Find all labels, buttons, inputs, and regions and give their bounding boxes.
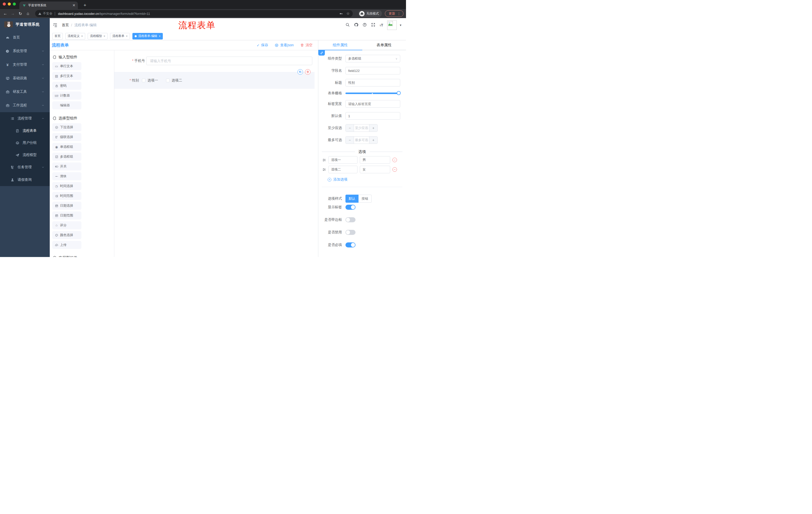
slider-handle[interactable] <box>397 91 401 95</box>
delete-component-button[interactable] <box>305 69 311 75</box>
minus-button[interactable]: − <box>346 137 354 143</box>
component-日期范围[interactable]: 日期范围 <box>52 212 81 219</box>
breadcrumb-home[interactable]: 首页 <box>62 23 69 27</box>
sidebar-item-支付管理[interactable]: ¥支付管理 <box>0 58 50 72</box>
component-时间范围[interactable]: 时间范围 <box>52 192 81 200</box>
field-name-input[interactable] <box>345 67 400 75</box>
component-时间选择[interactable]: ◷时间选择 <box>52 182 81 190</box>
address-bar[interactable]: 不安全 | dashboard.yudao.iocoder.cn/bpm/man… <box>35 10 353 17</box>
sidebar-item-研发工具[interactable]: 研发工具 <box>0 85 50 99</box>
component-计数器[interactable]: 123计数器 <box>52 91 81 100</box>
tab-form-props[interactable]: 表单属性 <box>362 40 406 50</box>
forward-icon[interactable]: → <box>9 10 17 17</box>
phone-field-row[interactable]: 手机号 <box>114 57 318 65</box>
drag-handle-icon[interactable] <box>322 158 326 162</box>
sidebar-item-任务管理[interactable]: 任务管理 <box>0 161 50 173</box>
toggle-switch[interactable] <box>345 230 355 235</box>
plus-button[interactable]: + <box>369 125 377 132</box>
remove-option-button[interactable]: − <box>393 158 397 162</box>
component-密码[interactable]: 密码 <box>52 82 81 90</box>
add-option-button[interactable]: + 添加选项 <box>328 177 406 182</box>
style-button-button[interactable]: 按钮 <box>358 195 372 203</box>
component-type-select[interactable]: 多选框组 ∨ <box>345 55 400 62</box>
gender-field-row-selected[interactable]: 性别 选项一选项二 <box>114 72 315 89</box>
default-value-input[interactable] <box>345 112 400 120</box>
component-滑块[interactable]: 滑块 <box>52 172 81 180</box>
new-tab-button[interactable]: + <box>81 2 88 9</box>
plus-button[interactable]: + <box>369 137 377 143</box>
tag-close-icon[interactable]: × <box>81 34 83 38</box>
component-颜色选择[interactable]: 颜色选择 <box>52 231 81 239</box>
gender-option-选项二[interactable]: 选项二 <box>166 78 182 83</box>
component-多行文本[interactable]: ▤多行文本 <box>52 72 81 80</box>
sidebar-item-请假查询[interactable]: 请假查询 <box>0 173 50 186</box>
traffic-light-minimize[interactable] <box>8 2 11 5</box>
security-label[interactable]: 不安全 <box>43 11 53 16</box>
tag-close-icon[interactable]: × <box>159 34 161 38</box>
avatar-caret-icon[interactable]: ▼ <box>399 24 402 27</box>
gender-option-选项一[interactable]: 选项一 <box>142 78 158 83</box>
toggle-switch[interactable] <box>345 205 355 210</box>
update-button[interactable]: 更新 ⋮ <box>385 10 404 17</box>
copy-component-button[interactable] <box>297 69 303 75</box>
clear-button[interactable]: 清空 <box>300 43 313 48</box>
font-size-button[interactable]: TT <box>380 23 383 27</box>
browser-tab[interactable]: 芋道管理系统 ✕ <box>19 1 78 9</box>
tag-流程表单-编辑[interactable]: 流程表单-编辑× <box>133 33 163 39</box>
option-value-input[interactable] <box>360 156 390 164</box>
back-icon[interactable]: ← <box>1 10 9 17</box>
grid-slider[interactable] <box>345 91 400 95</box>
tag-close-icon[interactable]: × <box>126 34 127 38</box>
component-开关[interactable]: 开关 <box>52 162 81 170</box>
component-上传[interactable]: 上传 <box>52 241 81 249</box>
component-多选框组[interactable]: 多选框组 <box>52 153 81 161</box>
question-button[interactable] <box>362 23 367 28</box>
sidebar-item-流程管理[interactable]: 流程管理 <box>0 112 50 125</box>
fullscreen-button[interactable] <box>371 23 375 28</box>
sidebar-item-工作流程[interactable]: 工作流程 <box>0 99 50 112</box>
sidebar-item-用户分组[interactable]: 用户分组 <box>0 137 50 149</box>
url-text[interactable]: dashboard.yudao.iocoder.cn/bpm/manager/f… <box>58 12 336 16</box>
component-编辑器[interactable]: 编辑器 <box>52 101 81 109</box>
bookmark-star-icon[interactable]: ☆ <box>346 11 350 16</box>
component-下拉选择[interactable]: 下拉选择 <box>52 123 81 131</box>
not-secure-warning-icon[interactable] <box>38 12 41 15</box>
sidebar-item-首页[interactable]: 首页 <box>0 31 50 44</box>
sidebar-item-流程模型[interactable]: 流程模型 <box>0 149 50 161</box>
checkbox[interactable] <box>142 79 145 82</box>
github-button[interactable] <box>354 23 358 28</box>
search-button[interactable] <box>345 23 350 28</box>
component-评分[interactable]: ☆评分 <box>52 221 81 229</box>
tag-流程表单[interactable]: 流程表单× <box>110 33 130 39</box>
key-icon[interactable] <box>339 12 343 16</box>
tag-流程模型[interactable]: 流程模型× <box>88 33 108 39</box>
option-name-input[interactable] <box>328 166 357 173</box>
reload-icon[interactable]: ↻ <box>17 10 24 17</box>
tab-close-icon[interactable]: ✕ <box>72 3 76 7</box>
drag-handle-icon[interactable] <box>322 168 326 171</box>
remove-option-button[interactable]: − <box>393 167 397 172</box>
component-级联选择[interactable]: 级联选择 <box>52 133 81 141</box>
title-input[interactable] <box>345 79 400 86</box>
component-日期选择[interactable]: 日期选择 <box>52 202 81 210</box>
toggle-switch[interactable] <box>345 242 355 247</box>
save-button[interactable]: ✓保存 <box>257 43 268 48</box>
sidebar-item-流程表单[interactable]: 流程表单 <box>0 125 50 137</box>
view-json-button[interactable]: 查看json <box>274 43 294 48</box>
hamburger-icon[interactable] <box>52 22 58 28</box>
kebab-menu-icon[interactable]: ⋮ <box>397 11 401 16</box>
checkbox[interactable] <box>166 79 170 82</box>
home-icon[interactable]: ⌂ <box>24 10 32 17</box>
label-width-input[interactable] <box>345 100 400 108</box>
phone-input[interactable] <box>146 57 312 65</box>
link-chain-icon[interactable] <box>318 50 325 56</box>
avatar[interactable] <box>387 20 397 30</box>
sidebar-item-系统管理[interactable]: 系统管理 <box>0 44 50 58</box>
traffic-light-close[interactable] <box>3 2 6 5</box>
tag-close-icon[interactable]: × <box>104 34 105 38</box>
option-name-input[interactable] <box>328 156 357 164</box>
form-canvas[interactable]: 手机号 性别 选项一选项二 <box>114 50 318 257</box>
option-value-input[interactable] <box>360 166 390 173</box>
traffic-light-zoom[interactable] <box>13 2 16 5</box>
style-default-button[interactable]: 默认 <box>345 195 358 203</box>
